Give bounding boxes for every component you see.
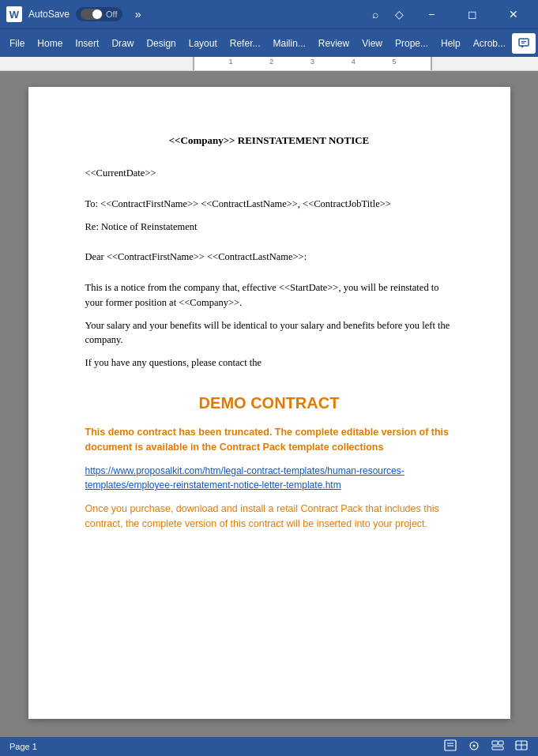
title-bar: W AutoSave Off » ⌕ ◇ − ◻ ✕ [0, 0, 538, 28]
view-options-status-icon [514, 739, 529, 752]
menu-mailings[interactable]: Mailin... [266, 33, 311, 54]
document-body: <<CurrentDate>> To: <<ContractFirstName>… [85, 166, 453, 370]
close-button[interactable]: ✕ [495, 0, 532, 28]
menu-insert[interactable]: Insert [69, 33, 105, 54]
document-status-icon [443, 739, 457, 752]
focus-status-icon [467, 739, 481, 752]
menu-view[interactable]: View [356, 33, 389, 54]
menu-bar: File Home Insert Draw Design Layout Refe… [0, 28, 538, 57]
toggle-thumb [92, 9, 102, 19]
paragraph-1: This is a notice from the company that, … [85, 280, 453, 310]
ruler: 12345 [0, 57, 538, 71]
more-commands-button[interactable]: » [129, 5, 148, 24]
svg-rect-11 [492, 741, 498, 745]
layout-status-icon [491, 739, 505, 752]
svg-point-10 [473, 744, 476, 747]
menu-references[interactable]: Refer... [224, 33, 267, 54]
view-options-icon[interactable] [514, 739, 529, 754]
ruler-inner: 12345 [194, 57, 431, 70]
current-date-field: <<CurrentDate>> [85, 166, 453, 181]
svg-rect-13 [492, 747, 503, 750]
svg-rect-12 [498, 741, 503, 745]
minimize-button[interactable]: − [413, 0, 450, 28]
search-button[interactable]: ⌕ [366, 5, 385, 24]
maximize-button[interactable]: ◻ [454, 0, 491, 28]
title-bar-left: W AutoSave Off » [6, 5, 186, 24]
title-bar-right: ⌕ ◇ − ◻ ✕ [366, 0, 532, 28]
menu-acrobat[interactable]: Acrob... [467, 33, 512, 54]
menu-review[interactable]: Review [312, 33, 356, 54]
menu-file[interactable]: File [3, 33, 31, 54]
menu-properties[interactable]: Prope... [389, 33, 435, 54]
word-icon: W [6, 6, 22, 22]
ribbon-icon[interactable]: ◇ [389, 5, 408, 24]
paragraph-2: Your salary and your benefits will be id… [85, 318, 453, 348]
menu-layout[interactable]: Layout [182, 33, 224, 54]
demo-text-2: Once you purchase, download and install … [85, 502, 453, 532]
focus-icon[interactable] [467, 739, 481, 754]
comment-icon [517, 37, 530, 50]
comment-button[interactable] [512, 33, 536, 54]
document-title: <<Company>> REINSTATEMENT NOTICE [85, 134, 453, 147]
autosave-toggle[interactable]: Off [76, 7, 122, 21]
to-line: To: <<ContractFirstName>> <<ContractLast… [85, 197, 453, 212]
document-area[interactable]: <<Company>> REINSTATEMENT NOTICE <<Curre… [0, 71, 538, 737]
layout-icon[interactable] [491, 739, 505, 754]
paragraph-3: If you have any questions, please contac… [85, 355, 453, 370]
menu-home[interactable]: Home [31, 33, 69, 54]
demo-link[interactable]: https://www.proposalkit.com/htm/legal-co… [85, 464, 453, 492]
toggle-track[interactable] [81, 9, 103, 20]
re-line: Re: Notice of Reinstatement [85, 220, 453, 235]
dear-line: Dear <<ContractFirstName>> <<ContractLas… [85, 250, 453, 265]
autosave-label: AutoSave [28, 9, 70, 20]
menu-bar-right: Editing › [512, 33, 538, 54]
status-bar: Page 1 [0, 737, 538, 756]
demo-contract-title: DEMO CONTRACT [85, 394, 453, 412]
svg-rect-0 [519, 39, 529, 46]
page: <<Company>> REINSTATEMENT NOTICE <<Curre… [28, 87, 510, 719]
status-bar-right [443, 739, 529, 754]
menu-design[interactable]: Design [140, 33, 182, 54]
page-view-icon[interactable] [443, 739, 457, 754]
demo-text-1: This demo contract has been truncated. T… [85, 425, 453, 455]
svg-marker-3 [521, 46, 524, 48]
page-info: Page 1 [9, 742, 37, 751]
menu-help[interactable]: Help [435, 33, 467, 54]
menu-draw[interactable]: Draw [105, 33, 140, 54]
toggle-state-label: Off [106, 9, 117, 19]
